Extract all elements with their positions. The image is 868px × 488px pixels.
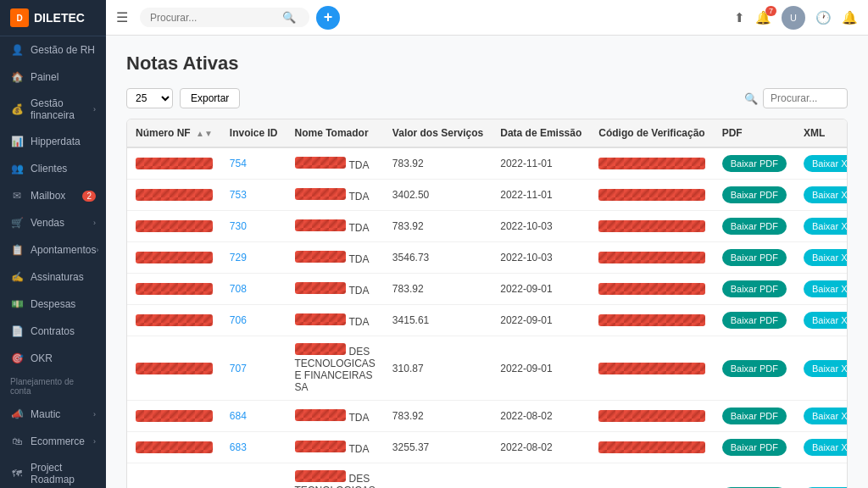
cell-pdf: Baixar PDF <box>714 180 795 211</box>
apontamentos-icon: 📋 <box>10 243 24 257</box>
toolbar: 25 50 100 Exportar 🔍 <box>126 88 848 108</box>
invoice-link[interactable]: 754 <box>230 158 247 169</box>
add-button[interactable]: + <box>316 6 340 30</box>
table-row: 729TDA3546.732022-10-03Baixar PDFBaixar … <box>127 242 848 274</box>
redacted-codigo <box>598 283 704 295</box>
notification-icon[interactable]: 🔔 7 <box>755 10 771 25</box>
baixar-pdf-button[interactable]: Baixar PDF <box>722 312 787 329</box>
bell-icon[interactable]: 🔔 <box>842 10 858 25</box>
mailbox-badge: 2 <box>82 191 96 202</box>
sidebar-item-gestao-rh[interactable]: 👤 Gestão de RH <box>0 36 106 64</box>
cell-nf <box>127 211 221 242</box>
cell-tomador: TDA <box>287 242 384 274</box>
redacted-nf <box>136 252 213 263</box>
invoice-link[interactable]: 707 <box>230 363 247 374</box>
baixar-pdf-button[interactable]: Baixar PDF <box>722 186 787 203</box>
sidebar-label: Gestão de RH <box>31 44 96 56</box>
baixar-xml-button[interactable]: Baixar XML <box>804 155 848 172</box>
export-button[interactable]: Exportar <box>180 88 240 108</box>
baixar-xml-button[interactable]: Baixar XML <box>804 408 848 424</box>
invoice-link[interactable]: 684 <box>230 410 247 422</box>
tomador-text: TDA <box>349 412 370 424</box>
baixar-xml-button[interactable]: Baixar XML <box>804 360 848 377</box>
baixar-xml-button[interactable]: Baixar XML <box>804 186 848 203</box>
cell-pdf: Baixar PDF <box>714 147 795 180</box>
sidebar-logo: D DILETEC <box>0 0 106 36</box>
baixar-pdf-button[interactable]: Baixar PDF <box>722 249 787 266</box>
baixar-pdf-button[interactable]: Baixar PDF <box>722 360 787 377</box>
search-icon[interactable]: 🔍 <box>282 11 296 24</box>
baixar-pdf-button[interactable]: Baixar PDF <box>722 155 787 172</box>
sidebar-item-clientes[interactable]: 👥 Clientes <box>0 155 106 182</box>
table-row: 655DES TECNOLOGICAS E FINANCEIRAS SA704.… <box>127 463 848 489</box>
okr-icon: 🎯 <box>10 352 24 365</box>
sidebar-item-contratos[interactable]: 📄 Contratos <box>0 318 106 345</box>
cell-pdf: Baixar PDF <box>714 211 795 242</box>
cell-codigo <box>590 274 713 305</box>
col-header-nf: Número NF ▲▼ <box>127 119 221 147</box>
toolbar-right: 🔍 <box>744 88 848 108</box>
invoice-link[interactable]: 683 <box>230 441 247 453</box>
sidebar-item-mautic[interactable]: 📣 Mautic › <box>0 401 106 428</box>
despesas-icon: 💵 <box>10 297 24 311</box>
sort-icon[interactable]: ▲▼ <box>196 129 213 138</box>
share-icon[interactable]: ⬆ <box>734 10 745 25</box>
cell-data: 2022-07-15 <box>492 463 590 489</box>
cell-invoice: 730 <box>221 211 287 242</box>
invoice-link[interactable]: 706 <box>230 314 247 326</box>
baixar-xml-button[interactable]: Baixar XML <box>804 280 848 297</box>
sidebar-item-mailbox[interactable]: ✉ Mailbox 2 <box>0 182 106 209</box>
sidebar-item-okr[interactable]: 🎯 OKR <box>0 345 106 372</box>
table-search-input[interactable] <box>763 88 848 108</box>
baixar-pdf-button[interactable]: Baixar PDF <box>722 218 787 235</box>
cell-data: 2022-09-01 <box>492 336 590 401</box>
chevron-right-icon: › <box>93 437 96 446</box>
baixar-pdf-button[interactable]: Baixar PDF <box>722 408 787 424</box>
redacted-nf <box>136 283 213 295</box>
clock-icon[interactable]: 🕐 <box>815 10 832 25</box>
avatar[interactable]: U <box>782 6 805 30</box>
invoice-link[interactable]: 729 <box>230 252 247 263</box>
cell-codigo <box>590 432 713 463</box>
cell-xml: Baixar XML <box>795 147 848 180</box>
baixar-xml-button[interactable]: Baixar XML <box>804 218 848 235</box>
sidebar-item-painel[interactable]: 🏠 Painel <box>0 64 106 91</box>
redacted-codigo <box>598 158 704 169</box>
invoice-link[interactable]: 708 <box>230 283 247 295</box>
redacted-nf <box>136 158 213 169</box>
sidebar-item-vendas[interactable]: 🛒 Vendas › <box>0 209 106 236</box>
clientes-icon: 👥 <box>10 162 24 175</box>
menu-toggle-icon[interactable]: ☰ <box>116 9 128 25</box>
baixar-pdf-button[interactable]: Baixar PDF <box>722 280 787 297</box>
sidebar-item-assinaturas[interactable]: ✍ Assinaturas <box>0 263 106 291</box>
sidebar-item-project-roadmap[interactable]: 🗺 Project Roadmap <box>0 455 106 488</box>
invoice-link[interactable]: 730 <box>230 220 247 232</box>
cell-xml: Baixar XML <box>795 180 848 211</box>
table-search-icon[interactable]: 🔍 <box>744 92 758 105</box>
per-page-select[interactable]: 25 50 100 <box>126 88 173 108</box>
redacted-tomador <box>295 313 346 325</box>
cell-data: 2022-11-01 <box>492 180 590 211</box>
invoice-link[interactable]: 753 <box>230 189 247 201</box>
baixar-xml-button[interactable]: Baixar XML <box>804 312 848 329</box>
cell-tomador: TDA <box>287 147 384 180</box>
cell-tomador: DES TECNOLOGICAS E FINANCEIRAS SA <box>287 336 384 401</box>
sidebar-item-despesas[interactable]: 💵 Despesas <box>0 291 106 318</box>
topbar: ☰ 🔍 + ⬆ 🔔 7 U 🕐 🔔 <box>106 0 868 36</box>
sidebar-item-gestao-financeira[interactable]: 💰 Gestão financeira › <box>0 91 106 128</box>
baixar-pdf-button[interactable]: Baixar PDF <box>722 439 787 456</box>
col-header-pdf: PDF <box>714 119 795 147</box>
sidebar-item-apontamentos[interactable]: 📋 Apontamentos › <box>0 236 106 263</box>
sidebar-label: Clientes <box>31 163 96 175</box>
redacted-nf <box>136 189 213 201</box>
cell-nf <box>127 336 221 401</box>
sidebar-item-hipperdata[interactable]: 📊 Hipperdata <box>0 128 106 155</box>
hipperdata-icon: 📊 <box>10 135 24 148</box>
baixar-xml-button[interactable]: Baixar XML <box>804 439 848 456</box>
sidebar-item-ecommerce[interactable]: 🛍 Ecommerce › <box>0 428 106 455</box>
tomador-text: TDA <box>349 253 370 265</box>
baixar-xml-button[interactable]: Baixar XML <box>804 249 848 266</box>
search-input[interactable] <box>150 12 277 24</box>
sidebar-label: Project Roadmap <box>31 462 96 485</box>
cell-pdf: Baixar PDF <box>714 336 795 401</box>
